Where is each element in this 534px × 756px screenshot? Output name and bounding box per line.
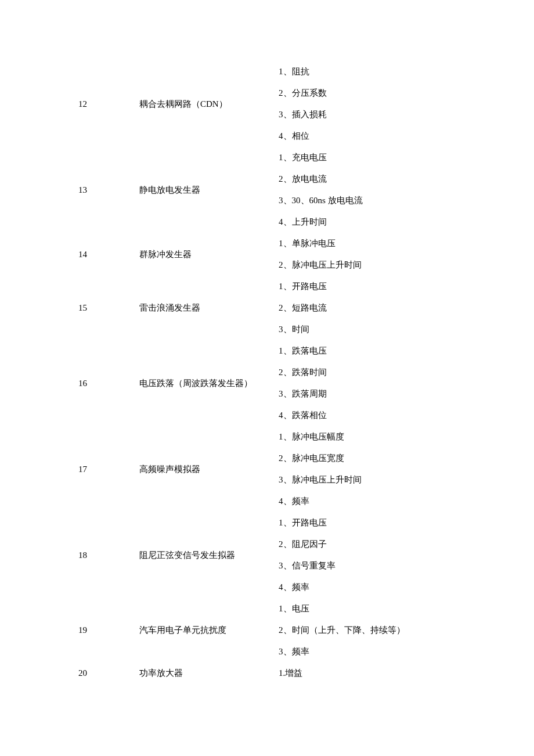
param-item: 1、脉冲电压幅度	[279, 426, 534, 448]
param-item: 1、单脉冲电压	[279, 233, 534, 254]
table-row: 15雷击浪涌发生器1、开路电压2、短路电流3、时间	[78, 276, 534, 340]
param-item: 1、跌落电压	[279, 340, 534, 362]
param-item: 3、脉冲电压上升时间	[279, 469, 534, 491]
row-params: 1、电压2、时间（上升、下降、持续等）3、频率	[279, 598, 534, 663]
row-params: 1、开路电压2、阻尼因子3、信号重复率4、频率	[279, 512, 534, 598]
row-index: 13	[78, 185, 139, 195]
parameter-table: 12耦合去耦网路（CDN）1、阻抗2、分压系数3、插入损耗4、相位13静电放电发…	[0, 61, 534, 684]
row-index: 17	[78, 465, 139, 474]
row-name: 汽车用电子单元抗扰度	[139, 625, 279, 636]
param-item: 3、30、60ns 放电电流	[279, 190, 534, 211]
param-item: 4、跌落相位	[279, 405, 534, 426]
param-item: 1、电压	[279, 598, 534, 620]
row-index: 20	[78, 668, 139, 678]
param-item: 3、时间	[279, 319, 534, 340]
row-name: 电压跌落（周波跌落发生器）	[139, 378, 279, 389]
param-item: 4、频率	[279, 491, 534, 512]
row-params: 1、充电电压2、放电电流3、30、60ns 放电电流4、上升时间	[279, 147, 534, 233]
table-row: 18阻尼正弦变信号发生拟器1、开路电压2、阻尼因子3、信号重复率4、频率	[78, 512, 534, 598]
param-item: 1、开路电压	[279, 276, 534, 297]
table-row: 13静电放电发生器1、充电电压2、放电电流3、30、60ns 放电电流4、上升时…	[78, 147, 534, 233]
param-item: 2、短路电流	[279, 297, 534, 319]
param-item: 3、跌落周期	[279, 383, 534, 405]
param-item: 4、相位	[279, 125, 534, 147]
param-item: 1、开路电压	[279, 512, 534, 534]
param-item: 2、阻尼因子	[279, 534, 534, 555]
row-name: 功率放大器	[139, 668, 279, 679]
row-params: 1.增益	[279, 663, 534, 684]
param-item: 2、分压系数	[279, 82, 534, 104]
row-index: 12	[78, 99, 139, 109]
param-item: 2、脉冲电压上升时间	[279, 254, 534, 276]
row-name: 高频噪声模拟器	[139, 464, 279, 475]
table-row: 12耦合去耦网路（CDN）1、阻抗2、分压系数3、插入损耗4、相位	[78, 61, 534, 147]
param-item: 1、阻抗	[279, 61, 534, 82]
row-index: 19	[78, 625, 139, 635]
table-row: 20功率放大器1.增益	[78, 663, 534, 684]
row-index: 16	[78, 379, 139, 388]
param-item: 2、时间（上升、下降、持续等）	[279, 620, 534, 641]
param-item: 3、插入损耗	[279, 104, 534, 125]
param-item: 3、信号重复率	[279, 555, 534, 577]
row-params: 1、单脉冲电压2、脉冲电压上升时间	[279, 233, 534, 276]
table-row: 14群脉冲发生器1、单脉冲电压2、脉冲电压上升时间	[78, 233, 534, 276]
row-name: 阻尼正弦变信号发生拟器	[139, 550, 279, 561]
param-item: 4、上升时间	[279, 211, 534, 233]
table-row: 16电压跌落（周波跌落发生器）1、跌落电压2、跌落时间3、跌落周期4、跌落相位	[78, 340, 534, 426]
param-item: 3、频率	[279, 641, 534, 663]
table-row: 17高频噪声模拟器1、脉冲电压幅度2、脉冲电压宽度3、脉冲电压上升时间4、频率	[78, 426, 534, 512]
row-params: 1、跌落电压2、跌落时间3、跌落周期4、跌落相位	[279, 340, 534, 426]
row-index: 15	[78, 303, 139, 313]
row-name: 耦合去耦网路（CDN）	[139, 99, 279, 110]
row-name: 群脉冲发生器	[139, 249, 279, 260]
row-params: 1、脉冲电压幅度2、脉冲电压宽度3、脉冲电压上升时间4、频率	[279, 426, 534, 512]
param-item: 1、充电电压	[279, 147, 534, 168]
param-item: 1.增益	[279, 663, 534, 684]
param-item: 4、频率	[279, 577, 534, 598]
row-index: 18	[78, 550, 139, 560]
row-name: 雷击浪涌发生器	[139, 303, 279, 314]
param-item: 2、跌落时间	[279, 362, 534, 383]
param-item: 2、脉冲电压宽度	[279, 448, 534, 469]
param-item: 2、放电电流	[279, 168, 534, 190]
row-params: 1、开路电压2、短路电流3、时间	[279, 276, 534, 340]
table-row: 19汽车用电子单元抗扰度1、电压2、时间（上升、下降、持续等）3、频率	[78, 598, 534, 663]
row-params: 1、阻抗2、分压系数3、插入损耗4、相位	[279, 61, 534, 147]
row-name: 静电放电发生器	[139, 185, 279, 196]
row-index: 14	[78, 250, 139, 260]
